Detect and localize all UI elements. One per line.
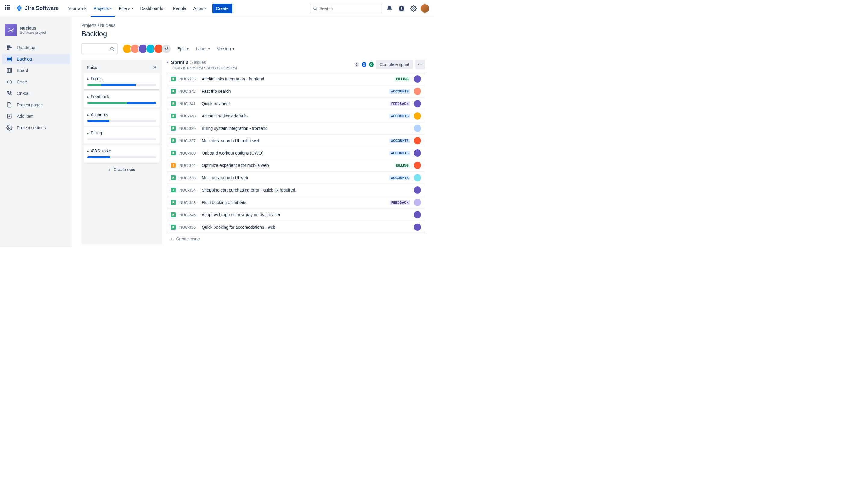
profile-avatar[interactable]: [421, 4, 429, 13]
assignee-avatar[interactable]: [414, 112, 421, 119]
backlog-icon: [6, 56, 13, 62]
issue-row[interactable]: NUC-337 Multi-dest search UI mobileweb A…: [167, 135, 425, 147]
epic-card[interactable]: ▸Forms: [84, 73, 160, 90]
issue-type-icon: [171, 200, 176, 205]
version-filter[interactable]: Version ▾: [216, 44, 236, 53]
sprint-issue-count: 5 issues: [190, 60, 206, 65]
issue-row[interactable]: NUC-339 Billing system integration - fro…: [167, 122, 425, 135]
issue-row[interactable]: NUC-341 Quick payment FEEDBACK: [167, 98, 425, 110]
issue-type-icon: [171, 101, 176, 106]
breadcrumb-leaf[interactable]: Nucleus: [100, 23, 115, 28]
epic-card[interactable]: ▸Accounts: [84, 109, 160, 126]
svg-rect-14: [7, 60, 12, 61]
issue-type-icon: [171, 126, 176, 131]
nav-item-dashboards[interactable]: Dashboards▾: [137, 4, 169, 13]
project-type: Software project: [20, 31, 46, 35]
issue-row[interactable]: + NUC-354 Shopping cart purchasing error…: [167, 184, 425, 196]
epic-name: Accounts: [91, 112, 108, 117]
assignee-avatar[interactable]: [414, 224, 421, 231]
create-button[interactable]: Create: [213, 4, 233, 13]
issue-row[interactable]: NUC-343 Fluid booking on tablets FEEDBAC…: [167, 196, 425, 209]
issue-type-icon: [171, 212, 176, 217]
assignee-avatar[interactable]: [414, 211, 421, 218]
epic-tag: ACCOUNTS: [389, 89, 410, 94]
nav-item-projects[interactable]: Projects▾: [91, 4, 115, 13]
search-input[interactable]: [319, 6, 379, 11]
global-search[interactable]: [310, 4, 382, 13]
epic-card[interactable]: ▸AWS spike: [84, 146, 160, 162]
app-switcher-icon[interactable]: [5, 5, 12, 12]
assignee-avatar[interactable]: [414, 199, 421, 206]
sidebar-item-backlog[interactable]: Backlog: [2, 54, 70, 64]
board-toolbar: +3 Epic ▾ Label ▾ Version ▾: [81, 43, 425, 54]
assignee-avatar[interactable]: [414, 75, 421, 82]
svg-rect-16: [9, 69, 10, 72]
issue-title: Onboard workout options (OWO): [202, 151, 386, 155]
sprint-name: Sprint 3: [171, 60, 188, 65]
sidebar-item-roadmap[interactable]: Roadmap: [2, 42, 70, 53]
help-icon[interactable]: ?: [396, 4, 406, 13]
issue-row[interactable]: NUC-336 Quick booking for accomodations …: [167, 221, 425, 233]
project-pages-icon: [6, 102, 13, 108]
nav-item-your-work[interactable]: Your work: [65, 4, 90, 13]
assignee-filter[interactable]: +3: [122, 44, 171, 54]
issue-title: Fluid booking on tablets: [202, 200, 386, 205]
sidebar-item-code[interactable]: Code: [2, 77, 70, 87]
issue-list: NUC-335 Affelite links integration - fro…: [167, 73, 425, 233]
close-icon[interactable]: ✕: [153, 64, 157, 70]
issue-row[interactable]: NUC-338 Multi-dest search UI web ACCOUNT…: [167, 172, 425, 184]
epic-card[interactable]: ▸Billing: [84, 128, 160, 144]
svg-text:?: ?: [400, 6, 403, 11]
issue-row[interactable]: ! NUC-344 Optimize experience for mobile…: [167, 159, 425, 172]
issue-key: NUC-344: [179, 163, 198, 168]
sidebar-item-project-settings[interactable]: Project settings: [2, 122, 70, 133]
issue-title: Affelite links integration - frontend: [202, 77, 391, 81]
chevron-down-icon[interactable]: ▾: [167, 60, 169, 64]
more-icon[interactable]: ⋯: [415, 60, 425, 69]
project-header[interactable]: Nucleus Software project: [2, 24, 70, 42]
complete-sprint-button[interactable]: Complete sprint: [376, 60, 413, 69]
on-call-icon: [6, 90, 13, 96]
chevron-right-icon: ▸: [87, 95, 89, 98]
assignee-avatar[interactable]: [414, 149, 421, 157]
notifications-icon[interactable]: [385, 4, 394, 13]
issue-row[interactable]: NUC-360 Onboard workout options (OWO) AC…: [167, 147, 425, 159]
chevron-right-icon: ▸: [87, 149, 89, 153]
jira-logo[interactable]: Jira Software: [16, 5, 59, 12]
issue-row[interactable]: NUC-342 Fast trip search ACCOUNTS: [167, 85, 425, 98]
breadcrumb-root[interactable]: Projects: [81, 23, 97, 28]
chevron-right-icon: ▸: [87, 113, 89, 117]
assignee-avatar[interactable]: [414, 137, 421, 144]
assignee-avatar[interactable]: [414, 187, 421, 194]
issue-row[interactable]: NUC-346 Adapt web app no new payments pr…: [167, 209, 425, 221]
create-epic-button[interactable]: + Create epic: [84, 164, 160, 176]
label-filter[interactable]: Label ▾: [195, 44, 211, 53]
epic-card[interactable]: ▸Feedback: [84, 91, 160, 108]
create-issue-button[interactable]: + Create issue: [167, 233, 425, 244]
nav-item-apps[interactable]: Apps▾: [190, 4, 209, 13]
board-search[interactable]: [81, 43, 117, 54]
sidebar-item-project-pages[interactable]: Project pages: [2, 99, 70, 110]
nav-item-people[interactable]: People: [170, 4, 189, 13]
issue-type-icon: !: [171, 163, 176, 168]
assignee-avatar[interactable]: [414, 100, 421, 107]
issue-key: NUC-354: [179, 188, 198, 192]
settings-icon[interactable]: [409, 4, 418, 13]
assignee-avatar[interactable]: [414, 174, 421, 181]
assignee-avatar[interactable]: [414, 125, 421, 132]
epic-filter[interactable]: Epic ▾: [176, 44, 190, 53]
svg-point-8: [12, 31, 14, 33]
plus-icon: +: [109, 167, 111, 172]
issue-row[interactable]: NUC-340 Account settings defaults ACCOUN…: [167, 110, 425, 122]
nav-item-filters[interactable]: Filters▾: [116, 4, 136, 13]
assignee-avatar[interactable]: [414, 162, 421, 169]
sidebar-item-add-item[interactable]: Add item: [2, 111, 70, 122]
assignee-more[interactable]: +3: [162, 44, 171, 54]
sidebar-item-on-call[interactable]: On-call: [2, 88, 70, 99]
issue-row[interactable]: NUC-335 Affelite links integration - fro…: [167, 73, 425, 85]
sidebar-item-board[interactable]: Board: [2, 65, 70, 76]
assignee-avatar[interactable]: [414, 88, 421, 95]
issue-title: Account settings defaults: [202, 114, 386, 118]
epic-tag: ACCOUNTS: [389, 114, 410, 118]
project-name: Nucleus: [20, 25, 46, 31]
